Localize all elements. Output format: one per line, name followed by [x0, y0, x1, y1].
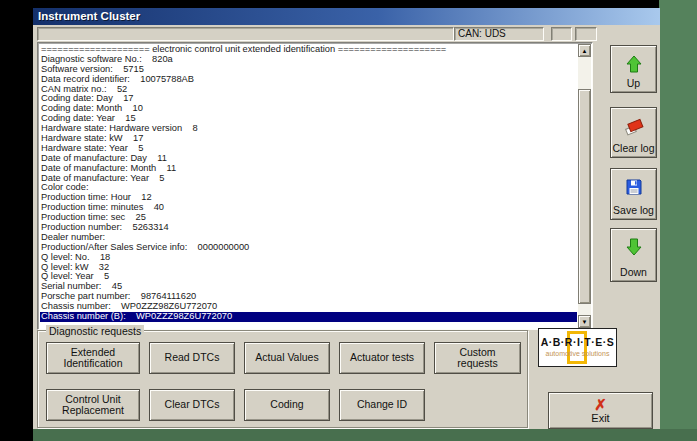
window-titlebar[interactable]: Instrument Cluster	[33, 8, 660, 25]
extended-identification-button[interactable]: Extended Identification	[46, 342, 140, 374]
desktop-background-bottom	[33, 429, 697, 441]
log-line[interactable]: Production number: 5263314	[40, 223, 577, 233]
session-field	[37, 27, 454, 41]
logo-tagline: automotive solutions	[539, 350, 616, 357]
log-line[interactable]: Production/After Sales Service info: 000…	[40, 243, 577, 253]
protocol-field: CAN: UDS	[454, 27, 544, 41]
status-box-1	[551, 27, 572, 41]
log-line[interactable]: Diagnostic software No.: 820a	[40, 55, 577, 65]
logo-brand-text: A·B·R·I·T·E·S	[539, 336, 616, 348]
coding-button[interactable]: Coding	[244, 389, 330, 421]
exit-button-label: Exit	[591, 412, 609, 424]
window-title: Instrument Cluster	[38, 10, 140, 22]
down-button[interactable]: Down	[610, 228, 657, 282]
clear-log-button[interactable]: Clear log	[610, 107, 657, 158]
eraser-icon	[623, 116, 645, 138]
diagnostic-requests-group: Diagnostic requests Extended Identificat…	[37, 330, 528, 428]
scrollbar-up-icon[interactable]: ▲	[578, 44, 591, 57]
log-line[interactable]: ==================== electronic control …	[40, 45, 577, 55]
floppy-disk-icon	[624, 177, 644, 199]
log-line[interactable]: Chassis number: WP0ZZZ98Z6U772070	[40, 302, 577, 312]
desktop-background-right	[659, 0, 697, 441]
log-line[interactable]: Hardware state: Year 5	[40, 144, 577, 154]
log-line[interactable]: Production time: sec 25	[40, 213, 577, 223]
log-line[interactable]: Serial number: 45	[40, 282, 577, 292]
actual-values-button[interactable]: Actual Values	[244, 342, 330, 374]
status-box-2	[575, 27, 597, 41]
log-line[interactable]: Date of manufacture: Day 11	[40, 154, 577, 164]
log-line[interactable]: Q level: Year 5	[40, 272, 577, 282]
scrollbar-thumb[interactable]	[578, 89, 591, 304]
instrument-cluster-window: Instrument Cluster CAN: UDS ============…	[33, 8, 660, 429]
log-line[interactable]: Porsche part number: 98764111620	[40, 292, 577, 302]
clear-log-button-label: Clear log	[612, 142, 654, 154]
abrites-logo: A·B·R·I·T·E·S automotive solutions	[538, 328, 617, 367]
log-line[interactable]: Hardware state: kW 17	[40, 134, 577, 144]
down-button-label: Down	[620, 266, 647, 278]
log-scrollbar[interactable]: ▲ ▼	[578, 44, 591, 328]
read-dtcs-button[interactable]: Read DTCs	[149, 342, 235, 374]
log-line[interactable]: Software version: 5715	[40, 65, 577, 75]
log-list: ==================== electronic control …	[40, 45, 577, 328]
red-cross-icon: ✗	[594, 398, 607, 412]
save-log-button-label: Save log	[613, 204, 654, 216]
diagnostic-log-listbox[interactable]: ==================== electronic control …	[37, 42, 593, 330]
log-line[interactable]: Data record identifier: 10075788AB	[40, 75, 577, 85]
actuator-tests-button[interactable]: Actuator tests	[339, 342, 425, 374]
log-line[interactable]: Chassis number (B): WP0ZZZ98Z6U772070	[40, 312, 577, 322]
screenshot-stage: Instrument Cluster CAN: UDS ============…	[0, 0, 697, 441]
control-unit-replacement-button[interactable]: Control Unit Replacement	[46, 389, 140, 421]
log-line[interactable]: Coding date: Day 17	[40, 94, 577, 104]
up-button-label: Up	[627, 77, 640, 89]
up-button[interactable]: Up	[610, 45, 657, 93]
log-line[interactable]: Production time: minutes 40	[40, 203, 577, 213]
change-id-button[interactable]: Change ID	[339, 389, 425, 421]
log-line[interactable]: Hardware state: Hardware version 8	[40, 124, 577, 134]
log-line[interactable]: Color code:	[40, 183, 577, 193]
clear-dtcs-button[interactable]: Clear DTCs	[149, 389, 235, 421]
log-line[interactable]: Production time: Hour 12	[40, 193, 577, 203]
green-arrow-down-icon	[624, 237, 644, 259]
save-log-button[interactable]: Save log	[610, 168, 657, 220]
log-line[interactable]: Coding date: Year 15	[40, 114, 577, 124]
log-line[interactable]: Dealer number:	[40, 233, 577, 243]
exit-button[interactable]: ✗ Exit	[548, 392, 653, 429]
custom-requests-button[interactable]: Custom requests	[434, 342, 521, 374]
log-line[interactable]: Q level: No. 18	[40, 253, 577, 263]
log-line[interactable]: Date of manufacture: Month 11	[40, 164, 577, 174]
log-line[interactable]: Q level: kW 32	[40, 263, 577, 273]
log-line[interactable]: Date of manufacture: Year 5	[40, 174, 577, 184]
log-line[interactable]: CAN matrix no.: 52	[40, 85, 577, 95]
scrollbar-down-icon[interactable]: ▼	[578, 315, 591, 328]
green-arrow-up-icon	[624, 54, 644, 76]
diagnostic-requests-group-label: Diagnostic requests	[46, 325, 144, 337]
log-line[interactable]: Coding date: Month 10	[40, 104, 577, 114]
